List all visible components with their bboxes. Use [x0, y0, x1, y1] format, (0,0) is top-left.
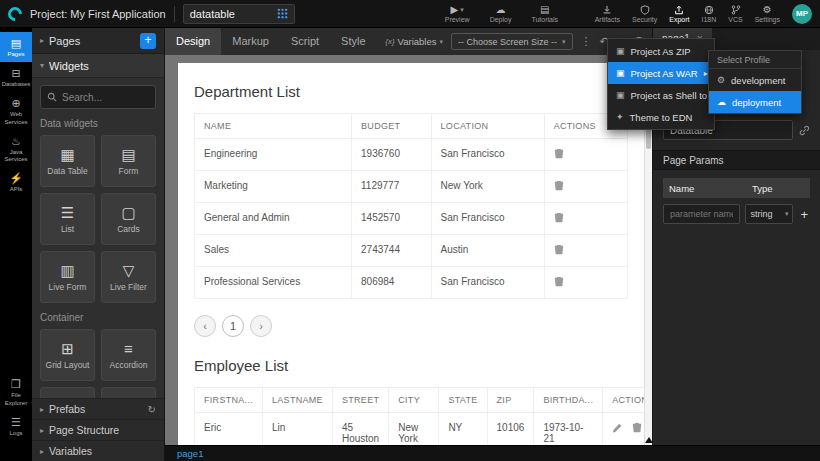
variables-icon: {x} [385, 37, 394, 46]
tutorials-button[interactable]: ▤ Tutorials [531, 4, 558, 23]
widget-accordion[interactable]: ≡ Accordion [101, 329, 156, 381]
emp-column-header[interactable]: BIRTHDA... [534, 388, 603, 413]
widget-wizard[interactable]: ◉ Wizard [101, 387, 156, 398]
settings-button[interactable]: ⚙ Settings [755, 4, 780, 23]
preview-button[interactable]: ▶▾ Preview [445, 4, 470, 23]
pages-header[interactable]: ▸ Pages + [32, 28, 164, 54]
variables-dropdown[interactable]: {x} Variables ▾ [385, 36, 443, 47]
widget-live-filter[interactable]: ▽ Live Filter [101, 251, 156, 303]
page-structure-section[interactable]: ▸ Page Structure [32, 419, 164, 440]
rail-item-apis[interactable]: ⚡ APIs [0, 167, 32, 197]
dept-column-header[interactable]: BUDGET [352, 114, 432, 139]
deploy-button[interactable]: ☁ Deploy [490, 4, 512, 23]
submenu-item-development[interactable]: ⚙ development [709, 69, 801, 91]
dept-column-header[interactable]: NAME [195, 114, 352, 139]
param-type-select[interactable]: string ▾ [745, 204, 793, 224]
delete-row-icon[interactable] [554, 276, 564, 287]
folder-icon: ❒ [11, 378, 21, 390]
gear-icon: ⚙ [763, 4, 772, 15]
emp-column-header[interactable]: STATE [439, 388, 487, 413]
delete-row-icon[interactable] [554, 148, 564, 159]
chevron-down-icon[interactable]: ▾ [460, 4, 464, 15]
canvas-area: Department List NAME BUDGET LOCATION ACT… [165, 55, 652, 461]
emp-column-header[interactable]: FIRSTNA... [195, 388, 263, 413]
scroll-arrow-icon[interactable] [645, 437, 652, 443]
more-options-icon[interactable]: ⋮ [581, 35, 592, 48]
widget-list[interactable]: ☰ List [40, 193, 95, 245]
widget-tabs[interactable]: ⊟ Tabs [40, 387, 95, 398]
emp-column-header[interactable]: CITY [389, 388, 439, 413]
vcs-button[interactable]: VCS [728, 4, 742, 23]
tab-style[interactable]: Style [330, 28, 376, 55]
param-name-input[interactable] [663, 204, 740, 224]
export-button[interactable]: Export [669, 4, 689, 23]
add-page-button[interactable]: + [140, 33, 156, 49]
link-icon[interactable] [799, 125, 810, 136]
grid-dots-icon[interactable] [277, 8, 288, 19]
refresh-icon[interactable]: ↻ [148, 404, 156, 415]
widget-data-table[interactable]: ▦ Data Table [40, 135, 95, 187]
page-selector[interactable]: datatable [183, 4, 295, 24]
screen-size-select[interactable]: -- Choose Screen Size -- ▾ [451, 33, 573, 50]
page-canvas[interactable]: Department List NAME BUDGET LOCATION ACT… [178, 63, 644, 461]
profile-deployment-icon: ☁ [717, 97, 726, 107]
rail-item-databases[interactable]: ⊟ Databases [0, 62, 32, 92]
widget-search[interactable] [40, 85, 156, 109]
widget-grid-layout[interactable]: ⊞ Grid Layout [40, 329, 95, 381]
widget-live-form[interactable]: ▥ Live Form [40, 251, 95, 303]
table-row[interactable]: Marketing 1129777 New York [195, 171, 628, 203]
edit-row-icon[interactable] [612, 423, 622, 433]
page-next-button[interactable]: › [250, 315, 272, 337]
avatar[interactable]: MP [792, 4, 812, 24]
menu-item-project-as-shell[interactable]: ▣ Project as Shell to EDN [608, 84, 714, 106]
department-table[interactable]: NAME BUDGET LOCATION ACTIONS Engineering… [194, 113, 628, 299]
table-row[interactable]: General and Admin 1452570 San Francisco [195, 203, 628, 235]
page-prev-button[interactable]: ‹ [194, 315, 216, 337]
delete-row-icon[interactable] [554, 244, 564, 255]
tab-script[interactable]: Script [280, 28, 330, 55]
rail-item-java-services[interactable]: ♨ Java Services [0, 130, 32, 167]
security-button[interactable]: Security [632, 4, 657, 23]
add-param-button[interactable]: + [798, 207, 810, 222]
emp-column-header[interactable]: ACTIONS [603, 388, 644, 413]
search-input[interactable] [62, 92, 149, 103]
rail-item-pages[interactable]: ▤ Pages [0, 32, 32, 62]
app-logo[interactable] [5, 4, 25, 24]
artifacts-button[interactable]: Artifacts [595, 4, 620, 23]
widgets-panel: Data widgets ▦ Data Table ▤ Form ☰ List … [32, 78, 164, 398]
submenu-item-deployment[interactable]: ☁ deployment [709, 91, 801, 113]
live-form-icon: ▥ [60, 263, 74, 279]
tab-design[interactable]: Design [165, 28, 221, 55]
emp-column-header[interactable]: STREET [332, 388, 388, 413]
delete-row-icon[interactable] [554, 180, 564, 191]
menu-item-project-as-zip[interactable]: ▣ Project As ZIP [608, 40, 714, 62]
widget-cards[interactable]: ▢ Cards [101, 193, 156, 245]
emp-table-title: Employee List [194, 357, 628, 374]
coffee-icon: ♨ [11, 135, 21, 147]
database-icon: ⊟ [11, 67, 20, 79]
table-row[interactable]: Professional Services 806984 San Francis… [195, 267, 628, 299]
table-row[interactable]: Sales 2743744 Austin [195, 235, 628, 267]
dept-column-header[interactable]: LOCATION [431, 114, 544, 139]
page-number-button[interactable]: 1 [222, 315, 244, 337]
table-row[interactable]: Engineering 1936760 San Francisco [195, 139, 628, 171]
rail-item-file-explorer[interactable]: ❒ File Explorer [0, 373, 32, 410]
widget-form[interactable]: ▤ Form [101, 135, 156, 187]
chevron-down-icon: ▾ [40, 61, 44, 70]
delete-row-icon[interactable] [554, 212, 564, 223]
statusbar-page-link[interactable]: page1 [177, 448, 203, 459]
tab-markup[interactable]: Markup [221, 28, 280, 55]
i18n-button[interactable]: I18N [702, 4, 717, 23]
menu-item-project-as-war[interactable]: ▣ Project As WAR ▸ [608, 62, 714, 84]
prefabs-section[interactable]: ▸ Prefabs ↻ [32, 398, 164, 419]
rail-item-logs[interactable]: ☰ Logs [0, 411, 32, 441]
dept-pagination: ‹ 1 › [194, 315, 628, 337]
rail-item-web-services[interactable]: ⊕ Web Services [0, 92, 32, 129]
variables-section[interactable]: ▸ Variables [32, 440, 164, 461]
menu-item-theme-to-edn[interactable]: ✦ Theme to EDN [608, 106, 714, 128]
widgets-header[interactable]: ▾ Widgets [32, 54, 164, 78]
delete-row-icon[interactable] [632, 422, 642, 433]
emp-column-header[interactable]: LASTNAME [263, 388, 333, 413]
emp-column-header[interactable]: ZIP [487, 388, 534, 413]
page-params-header[interactable]: Page Params [653, 150, 820, 170]
